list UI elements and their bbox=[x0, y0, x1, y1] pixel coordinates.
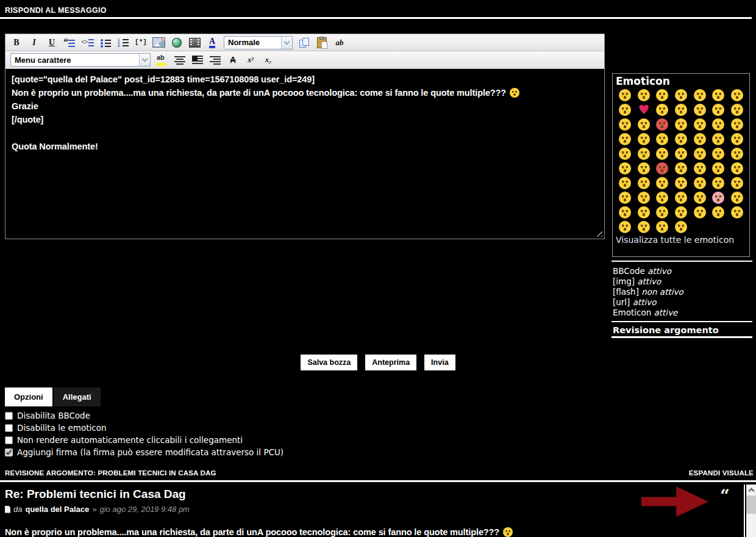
flash-button[interactable] bbox=[188, 36, 201, 49]
preview-button[interactable]: Anteprima bbox=[365, 355, 416, 370]
emoticon-mask[interactable] bbox=[656, 206, 668, 218]
emoticon-sleepy[interactable] bbox=[694, 177, 706, 189]
font-select[interactable]: Menu carattere bbox=[10, 53, 151, 67]
copy-button[interactable] bbox=[298, 36, 310, 49]
emoticon-cry[interactable] bbox=[619, 104, 631, 116]
emoticon-no-mouth[interactable] bbox=[638, 206, 650, 218]
emoticon-expressionless[interactable] bbox=[656, 133, 668, 145]
emoticon-innocent[interactable] bbox=[638, 118, 650, 131]
style-select[interactable]: Normale bbox=[224, 36, 293, 49]
emoticon-kissing[interactable] bbox=[638, 148, 650, 160]
emoticon-joy[interactable] bbox=[712, 89, 724, 101]
emoticon-cold-sweat[interactable] bbox=[712, 162, 724, 175]
highlight-button[interactable] bbox=[156, 53, 168, 67]
list-numbered-button[interactable] bbox=[117, 36, 129, 49]
emoticon-tired[interactable] bbox=[656, 177, 668, 189]
emoticon-relieved[interactable] bbox=[712, 118, 724, 131]
option-row[interactable]: Aggiungi firma (la firma può essere modi… bbox=[5, 446, 284, 458]
emoticon-tongue-out[interactable] bbox=[731, 89, 743, 101]
emoticon-vomiting[interactable] bbox=[731, 206, 743, 218]
emoticon-frown[interactable] bbox=[638, 89, 650, 101]
emoticon-thermometer[interactable] bbox=[619, 221, 631, 233]
emoticon-rage[interactable] bbox=[656, 162, 668, 175]
italic-button[interactable] bbox=[28, 36, 40, 49]
emoticon-kissing-smiling-eyes[interactable] bbox=[656, 148, 668, 160]
emoticon-worried[interactable] bbox=[619, 162, 631, 175]
emoticon-fearful[interactable] bbox=[731, 162, 743, 175]
post-author[interactable]: quella del Palace bbox=[25, 505, 89, 514]
option-checkbox[interactable] bbox=[5, 449, 13, 456]
emoticon-dizzy[interactable] bbox=[619, 206, 631, 218]
submit-button[interactable]: Invia bbox=[424, 355, 455, 370]
emoticon-head-bandage[interactable] bbox=[675, 221, 687, 233]
paste-button[interactable] bbox=[316, 36, 328, 49]
emoticon-flushed[interactable] bbox=[712, 192, 724, 204]
expand-view-link[interactable]: ESPANDI VISUALE bbox=[689, 469, 754, 477]
emoticon-sleeping[interactable] bbox=[731, 192, 743, 204]
emoticon-blush[interactable] bbox=[675, 118, 687, 131]
emoticon-scream[interactable] bbox=[675, 192, 687, 204]
emoticon-smile[interactable] bbox=[712, 104, 724, 116]
resize-grip-icon[interactable] bbox=[596, 230, 602, 237]
underline-button[interactable] bbox=[46, 36, 58, 49]
quote-post-button[interactable]: “ bbox=[717, 486, 733, 502]
emoticon-smirk[interactable] bbox=[619, 133, 631, 145]
emoticon-sunglasses[interactable] bbox=[731, 118, 743, 131]
emoticon-laughing[interactable] bbox=[619, 118, 631, 131]
align-block-button[interactable] bbox=[191, 53, 204, 67]
subscript-button[interactable] bbox=[262, 53, 274, 67]
bold-button[interactable] bbox=[10, 36, 23, 49]
emoticon-grinning[interactable] bbox=[656, 104, 668, 116]
option-row[interactable]: Disabilita le emoticon bbox=[5, 422, 284, 434]
scrollbar-up-icon[interactable] bbox=[746, 485, 756, 495]
emoticon-thinking[interactable] bbox=[656, 221, 668, 233]
emoticon-smiling-imp[interactable] bbox=[656, 118, 668, 131]
tab-opzioni[interactable]: Opzioni bbox=[5, 387, 52, 406]
emoticon-anguished[interactable] bbox=[694, 162, 706, 175]
emoticon-confused[interactable] bbox=[731, 133, 743, 145]
emoticon-heart[interactable]: ♥ bbox=[638, 104, 650, 116]
emoticon-zipper-mouth[interactable] bbox=[694, 206, 706, 218]
emoticon-smiley[interactable] bbox=[694, 104, 706, 116]
emoticon-angry[interactable] bbox=[638, 162, 650, 175]
code-button[interactable] bbox=[81, 36, 94, 49]
emoticon-sweat-smile[interactable] bbox=[731, 104, 743, 116]
emoticon-nerd[interactable] bbox=[638, 221, 650, 233]
emoticon-unamused[interactable] bbox=[675, 133, 687, 145]
list-item-button[interactable] bbox=[135, 36, 147, 49]
emoticon-disappointed[interactable] bbox=[731, 148, 743, 160]
save-draft-button[interactable]: Salva bozza bbox=[301, 355, 357, 370]
emoticon-grin[interactable] bbox=[675, 104, 687, 116]
quote-button[interactable] bbox=[63, 36, 76, 49]
text-direction-button[interactable] bbox=[333, 36, 346, 49]
emoticon-slight-smile[interactable] bbox=[619, 89, 631, 101]
option-checkbox[interactable] bbox=[5, 424, 13, 432]
emoticon-rolling-eyes[interactable] bbox=[675, 206, 687, 218]
option-checkbox[interactable] bbox=[5, 436, 13, 444]
image-button[interactable] bbox=[152, 36, 165, 49]
emoticon-nauseated[interactable] bbox=[712, 206, 724, 218]
emoticon-hushed[interactable] bbox=[638, 192, 650, 204]
emoticon-sob[interactable] bbox=[731, 177, 743, 189]
emoticon-wink[interactable] bbox=[656, 89, 668, 101]
emoticon-disappointed-relieved[interactable] bbox=[656, 192, 668, 204]
emoticon-yum[interactable] bbox=[694, 118, 706, 131]
remove-format-button[interactable] bbox=[227, 53, 239, 67]
emoticon-heart-eyes[interactable] bbox=[694, 89, 706, 101]
emoticon-triumph[interactable] bbox=[675, 162, 687, 175]
emoticon-grimacing[interactable] bbox=[712, 177, 724, 189]
font-color-button[interactable] bbox=[206, 36, 218, 49]
emoticon-kissing-closed-eyes[interactable] bbox=[675, 148, 687, 160]
option-row[interactable]: Non rendere automaticamente cliccabili i… bbox=[5, 434, 284, 446]
emoticon-astonished[interactable] bbox=[694, 192, 706, 204]
align-right-button[interactable] bbox=[209, 53, 221, 67]
emoticon-sneezing[interactable] bbox=[675, 177, 687, 189]
list-bullet-button[interactable] bbox=[99, 36, 112, 49]
emoticon-open-mouth[interactable] bbox=[619, 192, 631, 204]
emoticon-tongue-wink[interactable] bbox=[694, 148, 706, 160]
option-row[interactable]: Disabilita BBCode bbox=[5, 409, 284, 422]
message-textarea[interactable]: [quote="quella del Palace" post_id=12883… bbox=[5, 69, 605, 239]
emoticon-weary[interactable] bbox=[638, 177, 650, 189]
scrollbar-thumb[interactable] bbox=[746, 496, 756, 514]
emoticon-kissing-heart[interactable] bbox=[675, 89, 687, 101]
